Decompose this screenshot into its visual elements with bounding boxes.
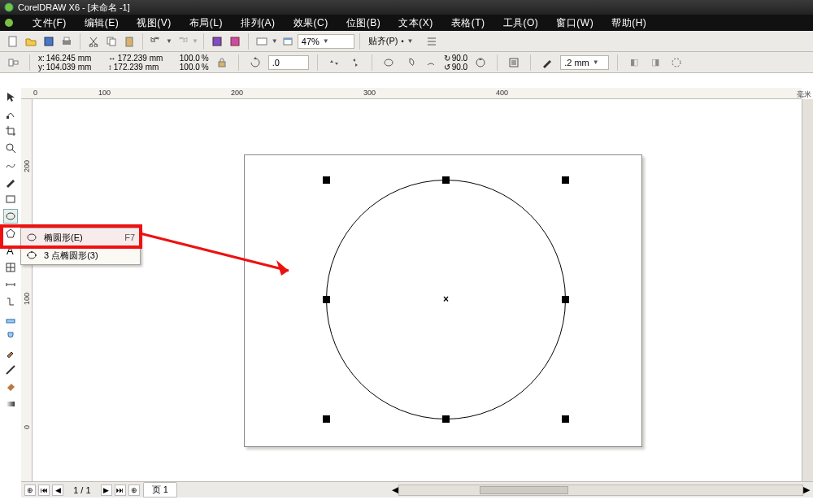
print-button[interactable] [59,33,75,50]
end-angle[interactable]: 90.0 [452,63,467,72]
page-orientation-button[interactable] [5,54,21,71]
cut-button[interactable] [85,33,102,50]
start-angle[interactable]: 90.0 [452,54,467,63]
menu-effects[interactable]: 效果(C) [289,15,333,32]
open-button[interactable] [23,33,39,50]
menu-table[interactable]: 表格(T) [446,15,490,32]
rectangle-tool[interactable] [3,192,18,206]
rotation-input[interactable]: .0 [268,55,309,70]
interactive-fill-tool[interactable] [3,397,18,411]
smart-fill-tool[interactable] [3,175,18,189]
direction-button[interactable] [472,54,489,71]
selection-handle[interactable] [442,176,450,184]
options-button[interactable] [424,33,440,50]
scroll-left-button[interactable]: ◀ [392,484,398,495]
scale-y-value[interactable]: 100.0 [180,63,200,72]
connector-tool[interactable] [3,294,18,309]
dropdown-arrow-icon[interactable]: ▼ [166,37,172,45]
selection-handle[interactable] [562,296,569,303]
interactive-tool[interactable] [3,311,18,326]
transparency-tool[interactable] [3,328,18,343]
wrap-text-button[interactable] [506,54,522,71]
menu-bitmap[interactable]: 位图(B) [341,15,386,32]
text-tool[interactable]: A [3,243,18,258]
crop-tool[interactable] [3,124,18,138]
outline-tool[interactable] [3,363,18,377]
menu-window[interactable]: 窗口(W) [551,15,598,32]
page-tab[interactable]: 页 1 [143,482,177,497]
welcome-button[interactable] [280,33,296,50]
menu-arrange[interactable]: 排列(A) [236,15,280,32]
lock-ratio-button[interactable] [214,54,230,71]
menu-edit[interactable]: 编辑(E) [80,15,124,32]
ellipse-mode-button[interactable] [380,54,397,71]
to-front-button[interactable]: ◧ [626,54,642,71]
add-page-after-button[interactable]: ⊕ [128,484,140,496]
copy-button[interactable] [103,33,120,50]
pie-mode-button[interactable] [402,54,418,71]
save-button[interactable] [41,33,57,50]
selection-handle[interactable] [562,415,569,423]
selection-handle[interactable] [323,296,330,303]
arc-mode-button[interactable] [423,54,439,71]
menu-file[interactable]: 文件(F) [28,15,72,32]
svg-rect-12 [231,37,239,46]
flyout-item-threepoint[interactable]: 3 点椭圆形(3) [21,246,140,264]
last-page-button[interactable]: ⏭ [115,484,126,496]
shape-tool[interactable] [3,106,18,121]
scale-x-value[interactable]: 100.0 [180,54,200,63]
paste-button[interactable] [121,33,137,50]
fill-tool[interactable] [3,380,18,394]
scroll-track[interactable] [398,484,803,496]
selection-handle[interactable] [323,176,330,184]
outline-width-combo[interactable]: .2 mm▼ [560,55,609,70]
table-tool[interactable] [3,260,18,275]
app-launch-button[interactable] [254,33,270,50]
dimension-tool[interactable] [3,277,18,292]
selection-handle[interactable] [562,176,569,184]
scroll-right-button[interactable]: ▶ [803,484,810,495]
import-button[interactable] [209,33,225,50]
vertical-ruler[interactable]: 200 100 0 [21,99,33,481]
dropdown-arrow-icon[interactable]: ▼ [272,37,278,45]
eyedropper-tool[interactable] [3,345,18,360]
height-value[interactable]: 172.239 mm [114,63,171,72]
snap-combo[interactable]: 贴齐(P)•▼ [365,34,422,49]
flyout-item-ellipse[interactable]: 椭圆形(E) F7 [21,228,140,246]
prev-page-button[interactable]: ◀ [52,484,63,496]
vertical-scrollbar[interactable] [802,99,813,481]
polygon-tool[interactable] [3,226,18,241]
add-page-button[interactable]: ⊕ [24,484,36,496]
next-page-button[interactable]: ▶ [101,484,112,496]
mirror-h-button[interactable] [326,54,342,71]
new-button[interactable] [5,33,21,50]
zoom-combo[interactable]: 47%▼ [298,34,354,49]
mirror-v-button[interactable] [347,54,363,71]
first-page-button[interactable]: ⏮ [38,484,50,496]
redo-button[interactable] [174,33,190,50]
horizontal-scrollbar[interactable]: ◀ ▶ [392,484,810,496]
selection-handle[interactable] [442,415,450,423]
y-value[interactable]: 104.039 mm [46,63,103,72]
menu-tools[interactable]: 工具(O) [498,15,544,32]
separator [497,54,498,71]
dropdown-arrow-icon[interactable]: ▼ [192,37,198,45]
menu-help[interactable]: 帮助(H) [606,15,651,32]
drawing-canvas[interactable]: × [33,99,802,481]
convert-curves-button[interactable] [668,54,685,71]
menu-layout[interactable]: 布局(L) [185,15,228,32]
undo-button[interactable] [148,33,164,50]
menu-text[interactable]: 文本(X) [393,15,438,32]
menu-view[interactable]: 视图(V) [132,15,176,32]
ellipse-tool[interactable] [3,209,18,224]
scroll-thumb[interactable] [480,486,568,494]
selection-handle[interactable] [323,415,330,423]
freehand-tool[interactable] [3,158,18,172]
zoom-tool[interactable] [3,141,18,155]
width-value[interactable]: 172.239 mm [118,54,175,63]
horizontal-ruler[interactable]: 0 100 200 300 400 [21,88,802,99]
pick-tool[interactable] [3,89,18,104]
x-value[interactable]: 146.245 mm [46,54,103,63]
to-back-button[interactable]: ◨ [647,54,663,71]
export-button[interactable] [227,33,243,50]
